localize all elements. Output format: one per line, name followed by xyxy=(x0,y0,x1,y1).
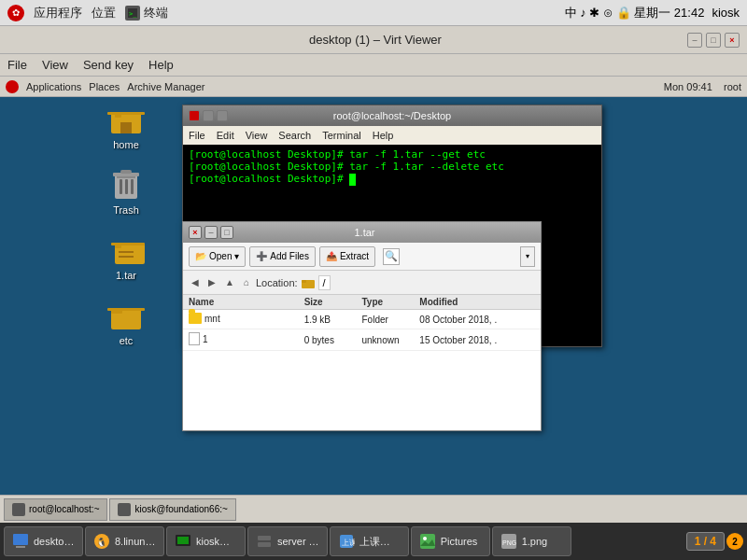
terminal-max-btn[interactable] xyxy=(217,110,228,121)
terminal-file-menu[interactable]: File xyxy=(189,130,205,141)
extract-icon: 📤 xyxy=(326,251,337,261)
archive-win-controls: × – □ xyxy=(189,226,233,239)
svg-rect-16 xyxy=(119,251,134,253)
inner-taskbar-item-terminal[interactable]: root@localhost:~ xyxy=(4,498,107,521)
terminal-min-btn[interactable] xyxy=(203,110,214,121)
trash-icon-img xyxy=(107,165,145,203)
outer-task-linux[interactable]: 🐧 8.linun… xyxy=(85,526,164,556)
outer-task-pictures[interactable]: Pictures xyxy=(411,526,490,556)
kiosk-task-label: kiosk… xyxy=(196,536,230,547)
archive-close-btn[interactable]: × xyxy=(189,226,202,239)
archive-up-btn[interactable]: ▲ xyxy=(222,277,237,287)
pictures-task-label: Pictures xyxy=(441,536,478,547)
system-user: kiosk xyxy=(712,6,740,20)
archive-file-table: Name Size Type Modified mnt 1.9 kB Folde… xyxy=(183,295,541,430)
virt-maximize-button[interactable]: □ xyxy=(706,33,721,48)
system-app-icon: ✿ xyxy=(7,5,24,21)
svg-text:>_: >_ xyxy=(129,10,137,18)
terminal-view-menu[interactable]: View xyxy=(246,130,268,141)
terminal-label[interactable]: 终端 xyxy=(144,5,168,21)
app-menu-label[interactable]: 应用程序 xyxy=(34,5,82,21)
archive-home-btn[interactable]: ⌂ xyxy=(241,277,252,287)
desktop-taskbar-icon xyxy=(12,533,29,550)
virt-viewer-menubar: File View Send key Help xyxy=(0,54,747,77)
class-taskbar-icon: 上课 xyxy=(338,533,355,550)
svg-rect-30 xyxy=(258,542,271,547)
terminal-edit-menu[interactable]: Edit xyxy=(217,130,234,141)
etc-icon-label: etc xyxy=(120,335,134,346)
png-taskbar-icon: PNG xyxy=(500,533,517,550)
archive-back-btn[interactable]: ◀ xyxy=(189,277,202,287)
desktop-icon-tar[interactable]: 1.tar xyxy=(93,231,159,281)
outer-taskbar: deskto… 🐧 8.linun… kiosk… server … 上课 上课… xyxy=(0,523,747,560)
linux-task-label: 8.linun… xyxy=(115,536,155,547)
inner-archive-manager-label[interactable]: Archive Manager xyxy=(127,81,204,92)
location-menu-label[interactable]: 位置 xyxy=(92,5,116,21)
virt-minimize-button[interactable]: – xyxy=(687,33,702,48)
svg-rect-24 xyxy=(16,546,25,548)
row1-size: 1.9 kB xyxy=(304,315,362,325)
archive-forward-btn[interactable]: ▶ xyxy=(205,277,218,287)
desktop-icon-home[interactable]: home xyxy=(93,100,159,150)
location-folder-icon xyxy=(302,277,315,288)
col-modified: Modified xyxy=(419,297,535,307)
kiosk-taskbar-icon xyxy=(175,533,191,550)
terminal-win-controls xyxy=(189,110,228,121)
svg-rect-5 xyxy=(120,122,132,133)
inner-topbar: Applications Places Archive Manager Mon … xyxy=(0,77,747,97)
terminal-close-btn[interactable] xyxy=(189,110,200,121)
desktop-icon-etc[interactable]: etc xyxy=(93,296,159,346)
terminal-line-2: [root@localhost Desktop]# tar -f 1.tar -… xyxy=(189,161,596,173)
archive-addfiles-btn[interactable]: ➕ Add Files xyxy=(249,246,316,267)
row2-file-icon xyxy=(189,332,200,345)
terminal-terminal-menu[interactable]: Terminal xyxy=(322,130,361,141)
svg-rect-20 xyxy=(107,308,145,311)
outer-task-class[interactable]: 上课 上课… xyxy=(330,526,409,556)
desktop-task-label: deskto… xyxy=(34,536,74,547)
png-task-label: 1.png xyxy=(522,536,548,547)
linux-taskbar-icon: 🐧 xyxy=(93,533,110,550)
archive-search-btn[interactable]: 🔍 xyxy=(383,248,400,265)
col-name: Name xyxy=(189,297,304,307)
archive-table-header: Name Size Type Modified xyxy=(183,295,541,310)
archive-min-btn[interactable]: – xyxy=(204,226,218,239)
inner-places-label[interactable]: Places xyxy=(89,81,120,92)
archive-dropdown-btn[interactable]: ▾ xyxy=(520,246,535,267)
archive-max-btn[interactable]: □ xyxy=(220,226,233,239)
svg-text:上课: 上课 xyxy=(342,539,355,547)
inner-terminal-icon xyxy=(12,503,25,516)
table-row[interactable]: 1 0 bytes unknown 15 October 2018, . xyxy=(183,329,541,351)
virt-close-button[interactable]: × xyxy=(725,33,740,48)
virt-view-menu[interactable]: View xyxy=(42,58,68,72)
inner-time: Mon 09:41 xyxy=(664,81,712,92)
svg-rect-9 xyxy=(125,179,128,194)
archive-titlebar: × – □ 1.tar xyxy=(183,222,541,243)
virt-file-menu[interactable]: File xyxy=(7,58,27,72)
archive-extract-btn[interactable]: 📤 Extract xyxy=(319,246,375,267)
outer-task-server[interactable]: server … xyxy=(247,526,328,556)
archive-location-bar: ◀ ▶ ▲ ⌂ Location: / xyxy=(183,271,541,295)
virt-sendkey-menu[interactable]: Send key xyxy=(83,58,134,72)
inner-applications-label[interactable]: Applications xyxy=(26,81,81,92)
table-row[interactable]: mnt 1.9 kB Folder 08 October 2018, . xyxy=(183,310,541,329)
tar-icon-label: 1.tar xyxy=(116,270,136,281)
inner-taskbar-item-kiosk[interactable]: kiosk@foundation66:~ xyxy=(109,498,235,521)
virt-viewer-title: desktop (1) – Virt Viewer xyxy=(63,33,687,47)
outer-task-desktop[interactable]: deskto… xyxy=(4,526,83,556)
row2-name: 1 xyxy=(189,332,304,347)
virt-help-menu[interactable]: Help xyxy=(148,58,174,72)
server-task-label: server … xyxy=(277,536,319,547)
location-path: / xyxy=(318,275,331,290)
svg-text:PNG: PNG xyxy=(502,539,516,546)
inner-topbar-right: Mon 09:41 root xyxy=(664,81,741,92)
outer-task-kiosk[interactable]: kiosk… xyxy=(166,526,246,556)
archive-open-btn[interactable]: 📂 Open ▾ xyxy=(189,246,246,267)
system-indicators: 中 ♪ ✱ ⊙ 🔒 星期一 21:42 xyxy=(565,5,705,21)
outer-task-png[interactable]: PNG 1.png xyxy=(492,526,571,556)
terminal-help-menu[interactable]: Help xyxy=(373,130,394,141)
notification-badge[interactable]: 2 xyxy=(726,533,743,550)
svg-point-34 xyxy=(423,537,427,540)
terminal-search-menu[interactable]: Search xyxy=(278,130,311,141)
desktop-icon-trash[interactable]: Trash xyxy=(93,165,159,216)
svg-rect-8 xyxy=(120,179,122,194)
